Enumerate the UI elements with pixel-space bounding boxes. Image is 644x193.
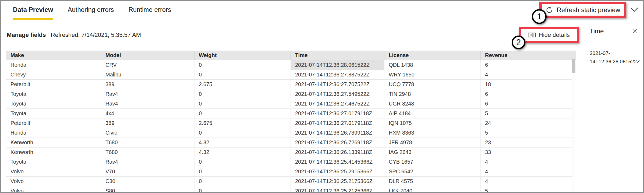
table-cell[interactable]: Volvo xyxy=(6,177,101,186)
table-cell[interactable]: T680 xyxy=(101,148,194,157)
data-preview-table: Make Model Weight Time License Revenue H… xyxy=(6,51,576,193)
table-cell[interactable]: 18 xyxy=(481,80,572,89)
chevron-down-icon[interactable] xyxy=(629,4,640,15)
table-cell[interactable]: Chevy xyxy=(6,70,101,79)
table-cell[interactable]: Toyota xyxy=(6,89,101,99)
table-cell[interactable]: 2.675 xyxy=(194,118,291,128)
table-cell[interactable]: 0 xyxy=(194,177,291,186)
table-cell[interactable]: SPC 6542 xyxy=(384,167,481,176)
table-cell[interactable]: 23 xyxy=(481,138,572,147)
table-cell[interactable]: C30 xyxy=(101,177,194,186)
table-scrollbar-track[interactable] xyxy=(572,60,575,192)
table-cell[interactable]: 0 xyxy=(194,128,291,138)
table-cell[interactable]: 0 xyxy=(194,70,291,79)
table-cell[interactable]: HXM 8363 xyxy=(384,128,481,138)
table-cell[interactable]: LKK 7040 xyxy=(384,186,481,193)
table-cell[interactable]: 2021-07-14T12:36:28.061522Z xyxy=(291,60,384,70)
table-cell[interactable]: 2021-07-14T12:36:27.467522Z xyxy=(291,99,384,108)
table-cell[interactable]: Honda xyxy=(6,60,101,70)
table-cell[interactable]: JFR 4978 xyxy=(384,138,481,147)
table-cell[interactable]: Honda xyxy=(6,128,101,138)
table-cell[interactable]: 389 xyxy=(101,80,194,89)
table-row: Peterbilt3892.6752021-07-14T12:36:27.017… xyxy=(6,118,572,128)
table-cell[interactable]: Rav4 xyxy=(101,157,194,167)
table-cell[interactable]: 2021-07-14T12:36:26.7399118Z xyxy=(291,128,384,138)
table-cell[interactable]: Toyota xyxy=(6,157,101,167)
table-scrollbar-thumb[interactable] xyxy=(572,59,575,73)
table-cell[interactable]: 2.675 xyxy=(194,80,291,89)
table-cell[interactable]: 2021-07-14T12:36:25.2915366Z xyxy=(291,167,384,176)
table-cell[interactable]: 4 xyxy=(481,70,572,79)
table-cell[interactable]: 2021-07-14T12:36:26.1339118Z xyxy=(291,148,384,157)
table-cell[interactable]: 389 xyxy=(101,118,194,128)
table-header-row: Make Model Weight Time License Revenue xyxy=(6,51,576,60)
table-cell[interactable]: 2021-07-14T12:36:25.2125366Z xyxy=(291,186,384,193)
table-cell[interactable]: Civic xyxy=(101,128,194,138)
table-cell[interactable]: 4.32 xyxy=(194,148,291,157)
table-cell[interactable]: 24 xyxy=(481,118,572,128)
table-cell[interactable]: 4.32 xyxy=(194,138,291,147)
table-cell[interactable]: Toyota xyxy=(6,99,101,108)
table-cell[interactable]: Rav4 xyxy=(101,99,194,108)
table-row: Peterbilt3892.6752021-07-14T12:36:27.707… xyxy=(6,80,572,89)
table-cell[interactable]: QDL 1438 xyxy=(384,60,481,70)
table-cell[interactable]: CRV xyxy=(101,60,194,70)
column-header-time: Time xyxy=(291,51,384,60)
table-cell[interactable]: UGR 8248 xyxy=(384,99,481,108)
table-cell[interactable]: WRY 1650 xyxy=(384,70,481,79)
table-cell[interactable]: Kenworth xyxy=(6,138,101,147)
table-cell[interactable]: IAG 2643 xyxy=(384,148,481,157)
table-cell[interactable]: 6 xyxy=(481,60,572,70)
table-cell[interactable]: V70 xyxy=(101,167,194,176)
table-row: ToyotaRav402021-07-14T12:36:25.4145366ZC… xyxy=(6,157,572,167)
tab-authoring-errors[interactable]: Authoring errors xyxy=(68,0,114,20)
table-cell[interactable]: 0 xyxy=(194,89,291,99)
table-cell[interactable]: 4x4 xyxy=(101,109,194,118)
table-cell[interactable]: 2021-07-14T12:36:27.0179118Z xyxy=(291,109,384,118)
table-cell[interactable]: 2021-07-14T12:36:25.2175366Z xyxy=(291,177,384,186)
table-cell[interactable]: 2021-07-14T12:36:25.4145366Z xyxy=(291,157,384,167)
table-cell[interactable]: Peterbilt xyxy=(6,80,101,89)
table-cell[interactable]: 6 xyxy=(481,89,572,99)
table-cell[interactable]: 2021-07-14T12:36:27.887522Z xyxy=(291,70,384,79)
table-cell[interactable]: T680 xyxy=(101,138,194,147)
table-cell[interactable]: 5 xyxy=(481,109,572,118)
table-cell[interactable]: Rav4 xyxy=(101,89,194,99)
tab-runtime-errors[interactable]: Runtime errors xyxy=(129,0,171,20)
table-cell[interactable]: 0 xyxy=(194,157,291,167)
table-cell[interactable]: Peterbilt xyxy=(6,118,101,128)
table-cell[interactable]: 5 xyxy=(481,128,572,138)
table-cell[interactable]: 2021-07-14T12:36:27.0179118Z xyxy=(291,118,384,128)
hide-details-button[interactable]: Hide details xyxy=(519,27,579,43)
table-cell[interactable]: 2021-07-14T12:36:27.549522Z xyxy=(291,89,384,99)
table-cell[interactable]: 0 xyxy=(194,60,291,70)
table-cell[interactable]: 4 xyxy=(481,167,572,176)
table-cell[interactable]: IQN 1075 xyxy=(384,118,481,128)
table-cell[interactable]: Kenworth xyxy=(6,148,101,157)
table-cell[interactable]: Toyota xyxy=(6,109,101,118)
table-cell[interactable]: 5 xyxy=(481,186,572,193)
table-cell[interactable]: CYB 1657 xyxy=(384,157,481,167)
refresh-static-preview-button[interactable]: Refresh static preview xyxy=(539,2,626,18)
table-cell[interactable]: DLR 4575 xyxy=(384,177,481,186)
table-cell[interactable]: 0 xyxy=(194,186,291,193)
table-cell[interactable]: TIN 2948 xyxy=(384,89,481,99)
details-panel-value: 2021-07-14T12:36:28.061522Z xyxy=(590,49,641,66)
table-cell[interactable]: 2021-07-14T12:36:26.7269118Z xyxy=(291,138,384,147)
table-cell[interactable]: 6 xyxy=(481,99,572,108)
table-cell[interactable]: Volvo xyxy=(6,167,101,176)
table-cell[interactable]: 0 xyxy=(194,109,291,118)
table-cell[interactable]: S80 xyxy=(101,186,194,193)
close-icon[interactable] xyxy=(631,27,639,36)
table-cell[interactable]: 4 xyxy=(481,177,572,186)
table-cell[interactable]: 33 xyxy=(481,148,572,157)
table-cell[interactable]: Volvo xyxy=(6,186,101,193)
table-cell[interactable]: 4 xyxy=(481,157,572,167)
table-cell[interactable]: 0 xyxy=(194,167,291,176)
table-cell[interactable]: 2021-07-14T12:36:27.707522Z xyxy=(291,80,384,89)
table-cell[interactable]: AIP 4184 xyxy=(384,109,481,118)
tab-data-preview[interactable]: Data Preview xyxy=(13,0,53,20)
table-cell[interactable]: Malibu xyxy=(101,70,194,79)
table-cell[interactable]: 0 xyxy=(194,99,291,108)
table-cell[interactable]: UCQ 7778 xyxy=(384,80,481,89)
